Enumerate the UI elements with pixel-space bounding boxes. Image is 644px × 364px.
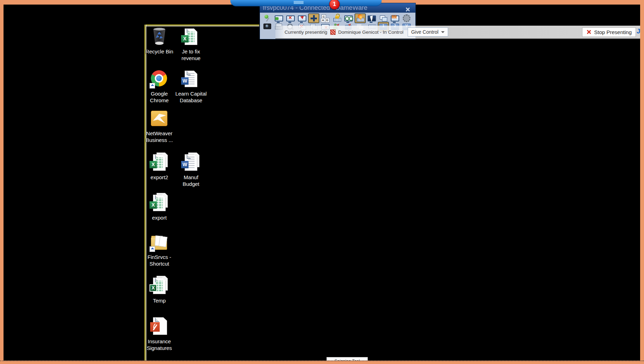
disconnect-icon[interactable] (285, 14, 296, 23)
view-only-icon[interactable] (343, 14, 354, 23)
give-control-dropdown[interactable]: Give Control (408, 27, 448, 37)
pan-view-icon[interactable] (308, 14, 319, 23)
export-icon: X (149, 193, 170, 213)
sharing-frame-left (0, 0, 4, 364)
drag-grip-icon[interactable] (294, 1, 304, 4)
sharing-frame-bottom (0, 360, 644, 364)
desktop-icon-label: GoogleChrome (142, 90, 177, 104)
desktop-icon-label: export2 (142, 174, 177, 181)
presenting-bar: Currently presenting Dominique Genicot -… (275, 26, 642, 39)
hot-keys-icon[interactable] (355, 14, 365, 23)
toolbar-row-1: CAD (262, 14, 412, 23)
desktop-icon-export2[interactable]: X export2 (142, 152, 177, 181)
give-control-label: Give Control (411, 29, 439, 35)
screen: Recycle Bin X Je to fixrevenue GoogleChr… (0, 0, 644, 364)
desktop-icon-label: NetWeaverBusiness ... (142, 130, 177, 143)
stop-presenting-button[interactable]: Stop Presenting (582, 27, 636, 37)
export2-icon: X (149, 152, 170, 173)
chat-icon[interactable] (274, 14, 284, 23)
insurance-signatures-icon (149, 317, 170, 337)
desktop-icon-label: InsuranceSignatures (142, 338, 177, 351)
desktop-icon-finsrvcs-shortcut[interactable]: FinSrvcs -Shortcut (142, 232, 177, 267)
manuf-budget-icon: W (180, 152, 202, 173)
screenshot-icon[interactable] (262, 22, 273, 31)
desktop-icon-label: Temp (142, 297, 177, 304)
fullscreen-icon[interactable] (297, 14, 307, 23)
desktop-icon-learn-capital-database[interactable]: W Learn CapitalDatabase (173, 69, 209, 104)
desktop-icon-label: ManufBudget (173, 174, 209, 187)
google-chrome-icon (149, 69, 170, 89)
desktop-icon-netweaver-business[interactable]: NetWeaverBusiness ... (142, 109, 177, 143)
desktop-icon-label: export (142, 214, 177, 221)
desktop-icon-export[interactable]: X export (142, 193, 177, 221)
desktop-icon-je-to-fix-revenue[interactable]: X Je to fixrevenue (173, 27, 209, 61)
cascade-windows-icon[interactable] (378, 14, 389, 23)
netweaver-business-icon (149, 109, 170, 129)
temp-icon: X (149, 276, 170, 296)
desktop-icon-insurance-signatures[interactable]: InsuranceSignatures (142, 317, 177, 351)
presenter-name: Dominique Genicot - In Control (338, 30, 403, 35)
pointer-monitor-icon[interactable] (366, 14, 377, 23)
keyboard-layout-icon[interactable]: CAD (320, 14, 331, 23)
desktop-icon-temp[interactable]: X Temp (142, 276, 177, 304)
collapsed-meeting-bar[interactable] (230, 0, 382, 6)
recycle-bin-icon (149, 27, 170, 47)
pushpin-icon[interactable] (262, 14, 273, 23)
finsrvcs-shortcut-icon (149, 232, 170, 253)
clipped-edge-text: J (637, 27, 640, 35)
desktop-icon-label: Je to fixrevenue (173, 48, 209, 61)
close-icon[interactable] (405, 5, 410, 11)
desktop-icon-google-chrome[interactable]: GoogleChrome (142, 69, 177, 104)
desktop-icon-label: Learn CapitalDatabase (173, 90, 209, 104)
stop-presenting-label: Stop Presenting (594, 29, 632, 35)
chevron-down-icon (441, 31, 445, 33)
desktop-icon-recycle-bin[interactable]: Recycle Bin (142, 27, 177, 55)
lock-keyboard-icon[interactable] (332, 14, 342, 23)
settings-gear-icon[interactable] (401, 14, 412, 23)
desktop-icon-manuf-budget[interactable]: W ManufBudget (173, 152, 209, 187)
je-to-fix-revenue-icon: X (180, 27, 202, 47)
presenting-indicator-icon (330, 30, 336, 35)
grid-monitor-icon[interactable] (390, 14, 400, 23)
sharing-frame-right (640, 0, 644, 364)
presenting-status: Currently presenting (285, 30, 327, 35)
desktop-icon-label: FinSrvcs -Shortcut (142, 254, 177, 267)
learn-capital-database-icon: W (180, 69, 202, 89)
desktop-icon-label: Recycle Bin (142, 48, 177, 55)
stop-x-icon (586, 30, 591, 34)
